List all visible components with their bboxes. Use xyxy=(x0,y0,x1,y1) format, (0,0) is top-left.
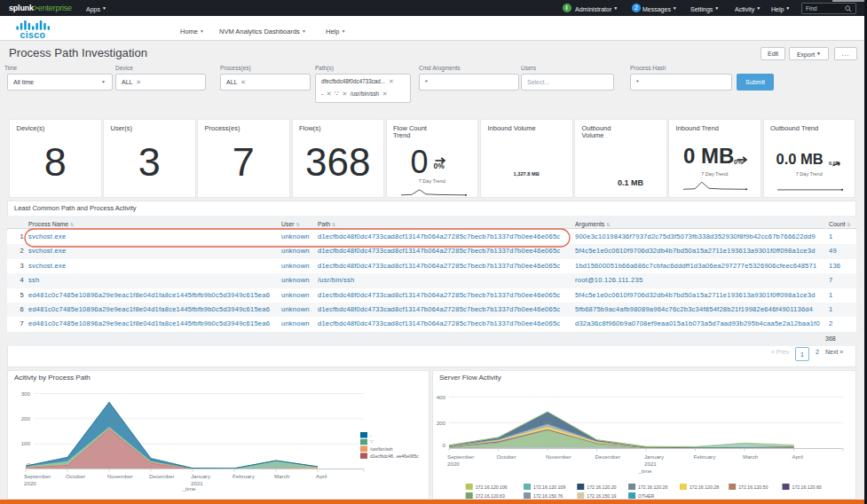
svg-text:400: 400 xyxy=(437,394,446,400)
svg-text:2020: 2020 xyxy=(447,461,460,467)
svg-text:172.16.120.26: 172.16.120.26 xyxy=(638,484,667,490)
svg-text:November: November xyxy=(546,453,571,460)
svg-text:150: 150 xyxy=(108,419,117,424)
svg-text:March: March xyxy=(274,473,290,479)
svg-text:200: 200 xyxy=(21,415,31,421)
svg-text:150: 150 xyxy=(543,420,552,425)
svg-text:172.16.120.28: 172.16.120.28 xyxy=(690,484,719,490)
svg-text:172.16.120.106: 172.16.120.106 xyxy=(476,484,508,490)
svg-text:February: February xyxy=(233,473,256,479)
svg-text:172.16.120.109: 172.16.120.109 xyxy=(533,484,565,490)
svg-text:December: December xyxy=(595,453,621,460)
svg-text:300: 300 xyxy=(21,390,31,397)
svg-text:'-': '-' xyxy=(370,439,374,445)
svg-text:2021: 2021 xyxy=(644,461,657,467)
svg-text:172.16.150.19: 172.16.150.19 xyxy=(587,493,616,499)
svg-text:March: March xyxy=(743,453,759,460)
svg-text:172.16.120.20: 172.16.120.20 xyxy=(587,484,616,490)
svg-text:172.16.120.50: 172.16.120.50 xyxy=(738,484,768,490)
svg-text:January: January xyxy=(191,473,211,479)
svg-text:_time: _time xyxy=(181,485,196,492)
svg-text:172.16.120.63: 172.16.120.63 xyxy=(476,493,505,499)
svg-text:December: December xyxy=(149,473,175,479)
svg-text:/usr/bin/ssh: /usr/bin/ssh xyxy=(370,446,393,452)
svg-text:_time: _time xyxy=(637,468,652,474)
svg-text:January: January xyxy=(644,453,665,460)
svg-text:OTHER: OTHER xyxy=(638,493,654,499)
svg-text:172.16.120.60: 172.16.120.60 xyxy=(792,484,822,490)
svg-text:172.16.150.76: 172.16.150.76 xyxy=(533,493,563,499)
svg-text:October: October xyxy=(66,473,85,479)
svg-text:October: October xyxy=(497,453,516,460)
svg-text:February: February xyxy=(694,453,717,460)
svg-text:100: 100 xyxy=(21,440,31,446)
svg-text:September: September xyxy=(24,473,51,479)
svg-text:0: 0 xyxy=(443,442,446,448)
svg-text:-: - xyxy=(370,433,372,438)
svg-text:d1ecfbdc48...ee46e065c: d1ecfbdc48...ee46e065c xyxy=(370,453,419,459)
svg-text:200: 200 xyxy=(437,420,446,426)
svg-text:April: April xyxy=(316,473,327,479)
svg-text:September: September xyxy=(447,453,474,460)
svg-text:cisco: cisco xyxy=(20,29,46,40)
svg-text:November: November xyxy=(107,473,133,479)
svg-text:2020: 2020 xyxy=(24,480,36,486)
svg-text:April: April xyxy=(792,453,803,460)
